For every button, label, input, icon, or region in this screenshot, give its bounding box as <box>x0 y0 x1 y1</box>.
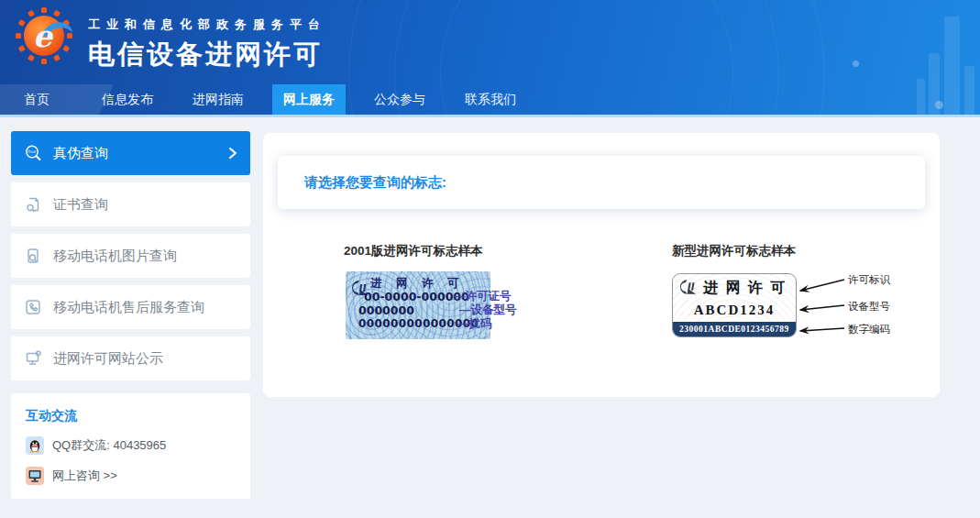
online-consult-link[interactable]: 网上咨询 >> <box>26 467 236 485</box>
nav-item-participation[interactable]: 公众参与 <box>363 84 436 115</box>
sample-2001-mark[interactable]: 2001版进网许可标志样本 进 网 许 可 00-0000-000000 000… <box>344 243 568 341</box>
sidebar-item-certificate-query[interactable]: 证书查询 <box>11 182 250 226</box>
annotation-license-identifier: 许可标识 <box>848 273 890 287</box>
license-mark-new[interactable]: 进 网 许 可 ABCD1234 230001ABCDE0123456789 <box>672 271 940 345</box>
nav-item-online-service[interactable]: 网上服务 <box>272 84 346 115</box>
sidebar-item-label: 移动电话机图片查询 <box>53 248 177 265</box>
interaction-panel: 互动交流 QQ群交流: 40435965 <box>11 393 250 499</box>
main-panel: 请选择您要查询的标志: 2001版进网许可标志样本 进 网 许 可 00-000… <box>263 133 940 397</box>
nav-item-home[interactable]: 首页 <box>0 84 73 115</box>
prompt-text: 请选择您要查询的标志: <box>304 174 446 192</box>
annotation-device-model-new: 设备型号 <box>848 300 890 314</box>
online-consult-monitor-icon <box>26 467 44 485</box>
sidebar-item-label: 进网许可网站公示 <box>53 350 163 368</box>
nav-item-contact[interactable]: 联系我们 <box>454 84 527 115</box>
chevron-right-icon <box>228 147 237 160</box>
site-header: e 工业和信息化部政务服务平台 电信设备进网许可 首页 信息发布 进网指南 网上… <box>0 0 980 117</box>
qq-group-label: QQ群交流: 40435965 <box>52 437 166 454</box>
site-title: 电信设备进网许可 <box>88 37 326 73</box>
cmii-emblem-icon <box>677 278 700 300</box>
mark-2001-device-model: 0000000 <box>358 303 414 317</box>
mark-new-label: 进 网 许 可 ABCD1234 230001ABCDE0123456789 <box>672 273 797 337</box>
phone-image-search-icon <box>24 247 42 265</box>
phone-after-sales-icon <box>24 298 42 316</box>
license-mark-2001[interactable]: 进 网 许 可 00-0000-000000 0000000 000000000… <box>344 271 568 341</box>
miit-gear-logo[interactable]: e <box>14 6 74 66</box>
sample-new-mark[interactable]: 新型进网许可标志样本 进 网 许 可 ABCD1234 230001AB <box>672 243 940 345</box>
main-nav: 首页 信息发布 进网指南 网上服务 公众参与 联系我们 <box>0 84 980 115</box>
decor-dot <box>853 61 859 67</box>
sample-new-title: 新型进网许可标志样本 <box>672 243 940 259</box>
annotation-scramble-code: —扰码 <box>457 316 492 332</box>
svg-text:e: e <box>33 18 54 54</box>
true-verify-search-icon: True <box>24 144 42 162</box>
nav-item-guide[interactable]: 进网指南 <box>182 84 255 115</box>
sidebar-item-label: 真伪查询 <box>53 145 108 162</box>
mark-new-device-model: ABCD1234 <box>673 303 796 318</box>
sidebar: True 真伪查询 证书查询 <box>11 131 250 499</box>
annotation-arrows <box>791 271 846 347</box>
qq-penguin-icon <box>26 436 44 455</box>
gear-swirl-icon: e <box>14 6 74 66</box>
sample-2001-title: 2001版进网许可标志样本 <box>344 243 568 259</box>
sidebar-item-phone-image-query[interactable]: 移动电话机图片查询 <box>11 234 250 278</box>
sidebar-item-website-publicity[interactable]: 进网许可网站公示 <box>11 336 250 380</box>
mark-new-heading-row: 进 网 许 可 <box>673 276 796 301</box>
sidebar-item-after-sales-query[interactable]: 移动电话机售后服务查询 <box>11 285 250 329</box>
sidebar-item-label: 证书查询 <box>53 196 108 214</box>
online-consult-label: 网上咨询 >> <box>52 468 117 484</box>
certificate-search-icon <box>24 195 42 214</box>
qq-group-link[interactable]: QQ群交流: 40435965 <box>26 436 236 455</box>
platform-title: 工业和信息化部政务服务平台 <box>88 17 326 33</box>
annotation-digital-code: 数字编码 <box>848 323 890 336</box>
mark-new-heading: 进 网 许 可 <box>703 279 787 298</box>
prompt-card: 请选择您要查询的标志: <box>278 156 925 209</box>
mark-new-digital-code: 230001ABCDE0123456789 <box>673 322 796 336</box>
interaction-title: 互动交流 <box>26 408 236 424</box>
sidebar-item-label: 移动电话机售后服务查询 <box>53 299 204 316</box>
svg-text:True: True <box>27 149 37 154</box>
nav-item-news[interactable]: 信息发布 <box>91 84 164 115</box>
sidebar-item-authenticity-query[interactable]: True 真伪查询 <box>11 131 250 175</box>
website-monitor-icon <box>24 349 42 368</box>
header-titles: 工业和信息化部政务服务平台 电信设备进网许可 <box>88 17 326 73</box>
